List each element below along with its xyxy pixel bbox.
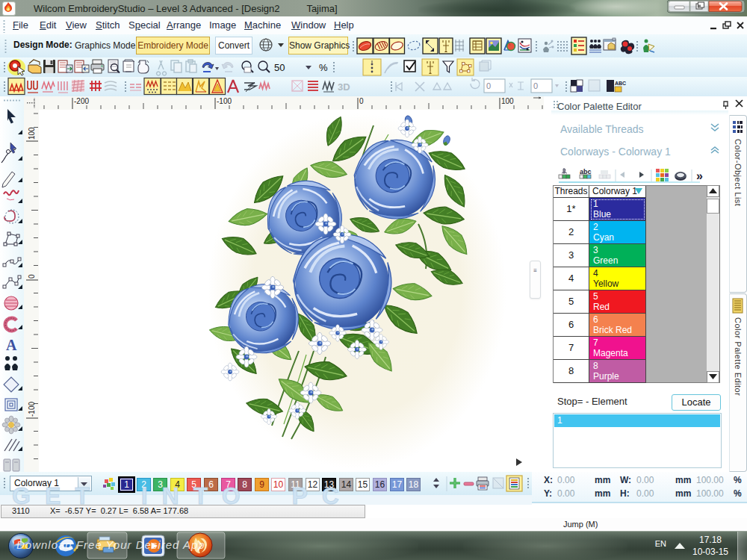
- svg-text:100: 100: [28, 127, 36, 140]
- svg-text:ABC: ABC: [615, 81, 626, 86]
- svg-text:abc: abc: [580, 168, 592, 175]
- svg-text:-200: -200: [74, 97, 89, 105]
- svg-text:0: 0: [533, 81, 538, 90]
- svg-text:%: %: [319, 62, 328, 73]
- svg-text:0: 0: [359, 97, 364, 105]
- svg-text:50: 50: [274, 62, 285, 73]
- svg-text:0: 0: [486, 81, 491, 90]
- svg-text:»: »: [696, 169, 703, 182]
- svg-text:3D: 3D: [338, 81, 350, 93]
- svg-text:-100: -100: [217, 97, 232, 105]
- svg-text:100: 100: [501, 97, 514, 105]
- svg-text:0: 0: [28, 274, 36, 279]
- svg-text:-100: -100: [28, 402, 36, 417]
- svg-text:A: A: [6, 337, 17, 353]
